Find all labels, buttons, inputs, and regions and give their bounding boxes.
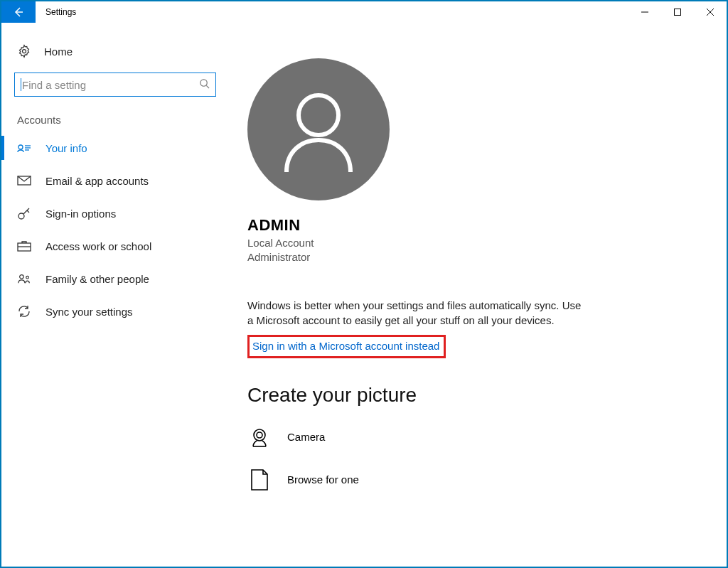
svg-point-5 xyxy=(23,50,26,53)
create-picture-heading: Create your picture xyxy=(247,384,698,407)
nav-label: Email & app accounts xyxy=(46,175,149,187)
nav-signin-options[interactable]: Sign-in options xyxy=(1,197,229,230)
search-icon xyxy=(199,78,210,91)
account-role: Administrator xyxy=(247,250,698,264)
svg-point-8 xyxy=(18,145,23,149)
username: ADMIN xyxy=(247,216,698,235)
camera-icon xyxy=(247,425,272,449)
minimize-button[interactable] xyxy=(628,1,661,23)
content-area: Home Accounts Your info Email & app xyxy=(1,23,727,567)
back-button[interactable] xyxy=(1,1,36,23)
nav-family-people[interactable]: Family & other people xyxy=(1,262,229,295)
gear-icon xyxy=(17,44,31,58)
close-button[interactable] xyxy=(694,1,727,23)
window-title: Settings xyxy=(46,7,76,17)
title-bar: Settings xyxy=(1,1,727,23)
maximize-icon xyxy=(674,9,681,16)
text-cursor xyxy=(21,78,21,91)
svg-point-21 xyxy=(254,429,265,441)
person-icon xyxy=(247,58,390,200)
briefcase-icon xyxy=(17,240,31,252)
svg-line-7 xyxy=(206,85,209,88)
sync-icon xyxy=(17,304,31,318)
browse-option[interactable]: Browse for one xyxy=(247,468,698,492)
person-card-icon xyxy=(17,143,31,153)
account-type: Local Account xyxy=(247,236,698,250)
svg-line-15 xyxy=(27,210,29,213)
nav-label: Access work or school xyxy=(46,240,151,252)
mail-icon xyxy=(17,176,31,186)
search-box[interactable] xyxy=(14,73,216,97)
camera-option[interactable]: Camera xyxy=(247,425,698,449)
window-controls xyxy=(628,1,727,23)
nav-sync-settings[interactable]: Sync your settings xyxy=(1,295,229,328)
home-label: Home xyxy=(44,45,73,58)
nav-label: Family & other people xyxy=(46,273,149,285)
sidebar: Home Accounts Your info Email & app xyxy=(1,23,229,567)
nav-your-info[interactable]: Your info xyxy=(1,132,229,164)
back-arrow-icon xyxy=(13,6,24,18)
section-heading: Accounts xyxy=(1,111,229,132)
search-input[interactable] xyxy=(21,78,199,92)
browse-icon xyxy=(247,468,272,492)
home-nav[interactable]: Home xyxy=(1,38,229,65)
main-panel: ADMIN Local Account Administrator Window… xyxy=(229,23,727,567)
svg-point-20 xyxy=(299,95,338,135)
key-icon xyxy=(17,206,31,220)
close-icon xyxy=(707,9,714,16)
minimize-icon xyxy=(641,9,648,16)
browse-label: Browse for one xyxy=(287,473,359,486)
signin-microsoft-link[interactable]: Sign in with a Microsoft account instead xyxy=(247,335,446,358)
svg-point-18 xyxy=(20,275,23,279)
svg-point-6 xyxy=(200,80,207,86)
svg-point-19 xyxy=(26,276,29,279)
nav-label: Your info xyxy=(46,142,87,154)
nav-label: Sync your settings xyxy=(46,306,133,318)
user-avatar xyxy=(247,58,390,200)
account-description: Windows is better when your settings and… xyxy=(247,298,582,328)
svg-point-22 xyxy=(257,432,262,438)
people-icon xyxy=(17,273,31,284)
camera-label: Camera xyxy=(287,431,325,443)
svg-point-13 xyxy=(18,213,24,219)
nav-label: Sign-in options xyxy=(46,208,116,220)
svg-rect-2 xyxy=(675,9,681,16)
nav-email-accounts[interactable]: Email & app accounts xyxy=(1,164,229,197)
nav-access-work-school[interactable]: Access work or school xyxy=(1,230,229,262)
maximize-button[interactable] xyxy=(661,1,694,23)
